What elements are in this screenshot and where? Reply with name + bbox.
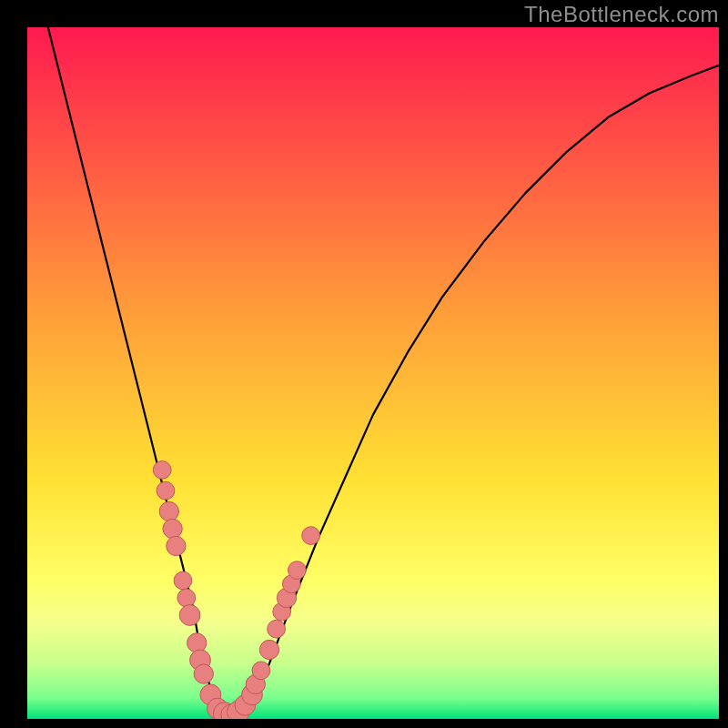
svg-point-21 [259, 640, 278, 659]
svg-point-3 [159, 501, 178, 521]
plot-area [27, 27, 719, 719]
svg-point-5 [167, 536, 186, 555]
svg-point-9 [187, 633, 207, 652]
svg-point-4 [163, 519, 182, 538]
svg-rect-0 [27, 27, 719, 719]
svg-point-2 [157, 481, 175, 500]
watermark-text: TheBottleneck.com [524, 2, 719, 27]
svg-point-22 [268, 620, 286, 638]
svg-point-20 [252, 662, 270, 680]
svg-point-11 [194, 664, 213, 683]
svg-point-1 [153, 461, 171, 480]
svg-point-6 [174, 571, 192, 590]
bottleneck-chart [27, 27, 719, 719]
svg-point-26 [288, 561, 307, 580]
svg-point-8 [179, 605, 200, 626]
svg-point-27 [302, 527, 320, 545]
chart-stage: TheBottleneck.com [0, 0, 728, 728]
svg-point-7 [177, 589, 196, 607]
